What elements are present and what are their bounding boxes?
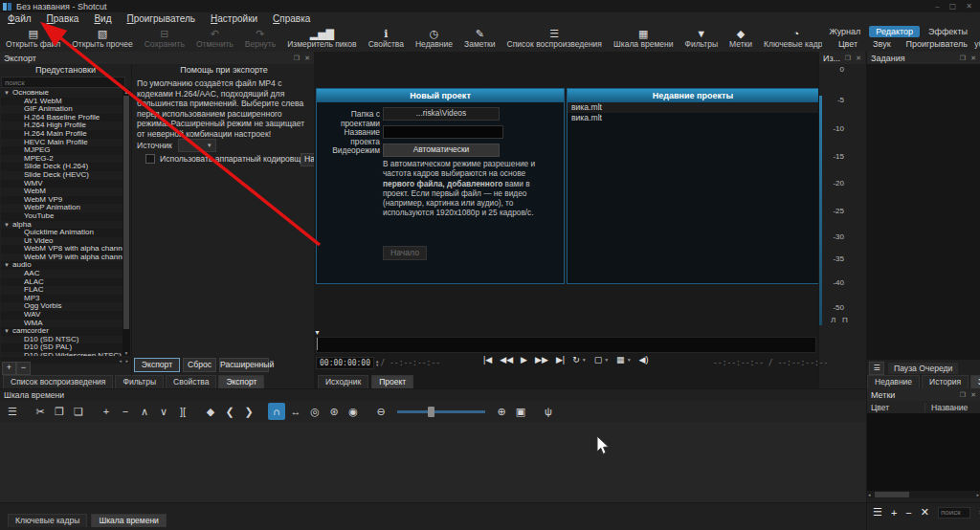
video-mode-button[interactable]: Автоматически bbox=[383, 144, 500, 157]
float-panel-icon[interactable]: ❐ bbox=[294, 55, 300, 62]
tab-Шкала времени[interactable]: Шкала времени bbox=[91, 514, 166, 527]
player-skip-next-button[interactable]: ▶| bbox=[556, 355, 565, 364]
tab-Список воспроизведения[interactable]: Список воспроизведения bbox=[3, 375, 113, 388]
scroll-down-icon[interactable]: ▼ bbox=[122, 350, 130, 356]
close-panel-icon[interactable]: ✕ bbox=[970, 55, 976, 62]
tab-Задания[interactable]: Задания bbox=[970, 375, 980, 388]
preset-item[interactable]: WAV bbox=[1, 311, 122, 320]
preset-item[interactable]: WebM VP9 bbox=[1, 196, 122, 205]
preset-group-audio[interactable]: ▼audio bbox=[1, 261, 122, 270]
tab-Свойства[interactable]: Свойства bbox=[166, 375, 216, 388]
scroll-up-icon[interactable]: ▲ bbox=[122, 89, 130, 95]
layout-button-Журнал[interactable]: Журнал bbox=[822, 26, 867, 37]
layout-button-Звук[interactable]: Звук bbox=[866, 38, 897, 50]
preset-item[interactable]: AV1 WebM bbox=[1, 98, 122, 106]
start-button[interactable]: Начало bbox=[383, 246, 427, 260]
scroll-left-icon[interactable]: ◂ bbox=[119, 358, 122, 364]
preset-group-camcorder[interactable]: ▼camcorder bbox=[1, 327, 122, 336]
divider[interactable] bbox=[818, 52, 819, 388]
timeline-timeline-menu-button[interactable]: ☰ bbox=[4, 403, 21, 420]
timeline-zoom-slider[interactable] bbox=[397, 410, 485, 413]
scroll-right-icon[interactable]: ▸ bbox=[976, 492, 979, 497]
scroll-left-icon[interactable]: ◂ bbox=[868, 492, 871, 497]
timeline-ripple-button[interactable]: ◎ bbox=[306, 403, 323, 420]
preset-item[interactable]: Slide Deck (H.264) bbox=[1, 163, 122, 171]
toolbar-open-file-button[interactable]: ▤Открыть файл bbox=[0, 25, 66, 52]
menu-item-Проигрыватель[interactable]: Проигрыватель bbox=[119, 13, 203, 24]
jobs-menu-icon[interactable]: ☰ bbox=[869, 362, 884, 375]
layout-button-Редактор[interactable]: Редактор bbox=[869, 26, 920, 37]
menu-item-Файл[interactable]: Файл bbox=[0, 13, 39, 24]
clear-markers-icon[interactable]: ✕ bbox=[921, 506, 929, 519]
timeline-create-marker-button[interactable]: ◆ bbox=[202, 403, 219, 420]
add-marker-icon[interactable]: + bbox=[891, 507, 897, 519]
markers-menu-icon[interactable]: ☰ bbox=[873, 506, 882, 519]
timeline-ripple-markers-button[interactable]: ◉ bbox=[345, 403, 362, 420]
float-panel-icon[interactable]: ❐ bbox=[960, 391, 966, 399]
toolbar-undo-button[interactable]: ↶Отменить bbox=[190, 25, 239, 52]
menu-item-Настройки[interactable]: Настройки bbox=[203, 13, 265, 24]
toolbar-playlist-button[interactable]: ☰Список воспроизведения bbox=[501, 25, 608, 52]
preset-item[interactable]: MPEG-2 bbox=[1, 155, 122, 164]
toolbar-markers-button[interactable]: ◆Метки bbox=[724, 25, 758, 52]
position-timecode-field[interactable]: 00:00:00:00 bbox=[316, 357, 374, 369]
scroll-right-icon[interactable]: ▸ bbox=[125, 358, 128, 364]
add-preset-button[interactable]: + bbox=[2, 362, 16, 375]
color-column-header[interactable]: Цвет bbox=[867, 403, 925, 412]
toolbar-open-other-button[interactable]: ▧Открыть прочее bbox=[66, 25, 139, 52]
toolbar-notes-button[interactable]: ✎Заметки bbox=[458, 25, 501, 52]
timeline-ripple-delete-button[interactable]: − bbox=[117, 403, 134, 420]
timeline-paste-button[interactable]: ❏ bbox=[70, 403, 87, 420]
preset-item[interactable]: YouTube bbox=[1, 212, 122, 221]
timeline-overwrite-button[interactable]: ∨ bbox=[155, 403, 172, 420]
menu-item-Справка[interactable]: Справка bbox=[265, 13, 318, 24]
preset-item[interactable]: Ut Video bbox=[1, 237, 122, 246]
preset-item[interactable]: WebM bbox=[1, 188, 122, 196]
export-button[interactable]: Экспорт bbox=[134, 358, 180, 372]
project-name-input[interactable] bbox=[383, 125, 503, 139]
preset-item[interactable]: AAC bbox=[1, 270, 122, 278]
player-loop-button[interactable]: ↻▼ bbox=[572, 355, 587, 364]
menu-item-Вид[interactable]: Вид bbox=[86, 13, 119, 24]
playhead-icon[interactable]: ▼ bbox=[314, 329, 321, 336]
source-dropdown[interactable]: ▼ bbox=[178, 139, 216, 152]
player-fast-forward-button[interactable]: ▶▶ bbox=[535, 355, 548, 364]
preset-item[interactable]: Quicktime Animation bbox=[1, 229, 122, 237]
timeline-copy-button[interactable]: ❐ bbox=[51, 403, 68, 420]
layout-button-Цвет[interactable]: Цвет bbox=[832, 38, 864, 50]
player-rewind-button[interactable]: ◀◀ bbox=[500, 355, 513, 364]
layout-button-Эффекты[interactable]: Эффекты bbox=[922, 26, 974, 37]
preset-group-alpha[interactable]: ▼alpha bbox=[1, 221, 122, 230]
close-icon[interactable]: ✕ bbox=[966, 2, 972, 11]
player-play-button[interactable]: ▶ bbox=[521, 355, 527, 364]
preset-item[interactable]: Ogg Vorbis bbox=[1, 302, 122, 311]
preset-item[interactable]: WebM VP9 with alpha channel bbox=[1, 254, 122, 262]
close-panel-icon[interactable]: ✕ bbox=[856, 55, 861, 62]
tab-Недавние[interactable]: Недавние bbox=[867, 375, 920, 388]
toolbar-recent-button[interactable]: ◷Недавние bbox=[410, 25, 458, 52]
preset-item[interactable]: GIF Animation bbox=[1, 105, 122, 114]
timeline-split-button[interactable]: ][ bbox=[174, 403, 191, 420]
preset-item[interactable]: H.264 High Profile bbox=[1, 121, 122, 130]
timeline-next-marker-button[interactable]: ❯ bbox=[240, 403, 257, 420]
preset-item[interactable]: D10 (SD PAL) bbox=[1, 343, 122, 352]
preset-item[interactable]: FLAC bbox=[1, 286, 122, 295]
preset-item[interactable]: D10 (SD Widescreen NTSC) bbox=[1, 352, 122, 356]
name-column-header[interactable]: Название bbox=[925, 403, 968, 412]
timeline-append-button[interactable]: + bbox=[98, 403, 115, 420]
scrollbar-thumb[interactable] bbox=[123, 96, 129, 329]
preset-item[interactable]: MP3 bbox=[1, 295, 122, 303]
markers-search-input[interactable] bbox=[938, 507, 970, 519]
timeline-snap-button[interactable]: ∩ bbox=[268, 403, 285, 420]
tab-История[interactable]: История bbox=[922, 375, 969, 388]
timeline-zoom-timeline-out-button[interactable]: ⊖ bbox=[372, 403, 390, 420]
preset-item[interactable]: ALAC bbox=[1, 278, 122, 287]
preset-item[interactable]: H.264 Baseline Profile bbox=[1, 114, 122, 122]
maximize-icon[interactable]: ▢ bbox=[949, 2, 957, 11]
timeline-tracks-area[interactable] bbox=[0, 422, 866, 502]
close-panel-icon[interactable]: ✕ bbox=[970, 391, 976, 399]
preset-item[interactable]: WebM VP8 with alpha channel bbox=[1, 245, 122, 254]
timeline-previous-marker-button[interactable]: ❮ bbox=[221, 403, 238, 420]
timeline-zoom-timeline-in-button[interactable]: ⊕ bbox=[493, 403, 510, 420]
presets-search-input[interactable] bbox=[1, 77, 125, 88]
